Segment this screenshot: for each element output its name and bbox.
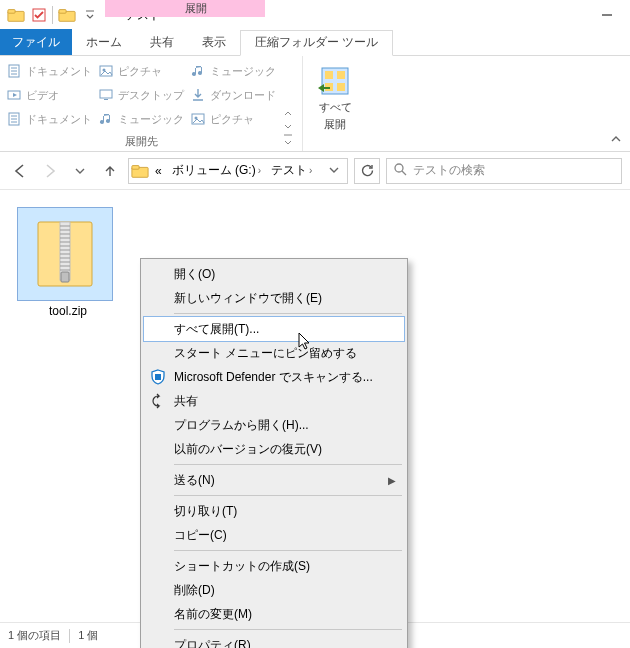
svg-rect-26 xyxy=(337,83,345,91)
tab-home[interactable]: ホーム xyxy=(72,29,136,55)
svg-rect-23 xyxy=(325,71,333,79)
destination-item[interactable]: ドキュメント xyxy=(6,60,92,82)
destination-label: ダウンロード xyxy=(210,88,276,103)
menu-rename[interactable]: 名前の変更(M) xyxy=(144,602,404,626)
menu-open[interactable]: 開く(O) xyxy=(144,262,404,286)
breadcrumb-seg-2[interactable]: テスト› xyxy=(267,162,316,179)
svg-line-30 xyxy=(402,171,406,175)
svg-rect-28 xyxy=(132,165,139,169)
chevron-right-icon[interactable]: › xyxy=(309,165,312,176)
document-icon xyxy=(6,111,22,127)
address-bar[interactable]: « ボリューム (G:)› テスト› xyxy=(128,158,348,184)
breadcrumb-seg-1[interactable]: ボリューム (G:)› xyxy=(168,162,265,179)
context-menu: 開く(O) 新しいウィンドウで開く(E) すべて展開(T)... スタート メニ… xyxy=(140,258,408,648)
status-selected: 1 個 xyxy=(78,628,98,643)
recent-locations-button[interactable] xyxy=(68,159,92,183)
qat-dropdown[interactable] xyxy=(79,4,101,26)
menu-send-to[interactable]: 送る(N)▶ xyxy=(144,468,404,492)
music-icon xyxy=(98,111,114,127)
tab-share[interactable]: 共有 xyxy=(136,29,188,55)
menu-create-shortcut[interactable]: ショートカットの作成(S) xyxy=(144,554,404,578)
destination-label: ピクチャ xyxy=(118,64,162,79)
destination-label: ミュージック xyxy=(118,112,184,127)
chevron-right-icon[interactable]: › xyxy=(258,165,261,176)
menu-open-new-window[interactable]: 新しいウィンドウで開く(E) xyxy=(144,286,404,310)
gallery-expand-button[interactable] xyxy=(280,109,296,149)
search-placeholder: テストの検索 xyxy=(413,162,485,179)
picture-icon xyxy=(190,111,206,127)
menu-copy[interactable]: コピー(C) xyxy=(144,523,404,547)
destination-item[interactable]: ドキュメント xyxy=(6,108,92,130)
menu-separator xyxy=(174,495,402,496)
menu-separator xyxy=(174,313,402,314)
destination-item[interactable]: ミュージック xyxy=(190,60,276,82)
tab-file[interactable]: ファイル xyxy=(0,29,72,55)
video-icon xyxy=(6,87,22,103)
svg-rect-4 xyxy=(59,10,66,14)
destination-item[interactable]: デスクトップ xyxy=(98,84,184,106)
file-thumbnail xyxy=(18,208,112,300)
divider xyxy=(69,629,70,643)
extract-all-icon xyxy=(318,64,352,98)
ribbon-collapse-button[interactable] xyxy=(608,131,624,147)
back-button[interactable] xyxy=(8,159,32,183)
destination-item[interactable]: ミュージック xyxy=(98,108,184,130)
destination-label: ドキュメント xyxy=(26,64,92,79)
menu-extract-all[interactable]: すべて展開(T)... xyxy=(144,317,404,341)
chevron-right-icon: ▶ xyxy=(388,475,396,486)
status-item-count: 1 個の項目 xyxy=(8,628,61,643)
destination-item[interactable]: ピクチャ xyxy=(98,60,184,82)
zip-icon xyxy=(34,218,96,290)
folder-icon xyxy=(7,6,25,24)
file-item[interactable]: tool.zip xyxy=(18,208,118,318)
menu-delete[interactable]: 削除(D) xyxy=(144,578,404,602)
destination-label: ミュージック xyxy=(210,64,276,79)
extract-all-button[interactable]: すべて 展開 xyxy=(309,60,361,136)
refresh-button[interactable] xyxy=(354,158,380,184)
ribbon-group-destinations: ドキュメントピクチャミュージックビデオデスクトップダウンロードドキュメントミュー… xyxy=(0,56,303,151)
folder-icon xyxy=(58,6,76,24)
minimize-button[interactable] xyxy=(584,0,630,30)
extract-all-label-2: 展開 xyxy=(324,117,346,132)
menu-open-with[interactable]: プログラムから開く(H)... xyxy=(144,413,404,437)
svg-rect-24 xyxy=(337,71,345,79)
destination-item[interactable]: ダウンロード xyxy=(190,84,276,106)
context-tab-header: 展開 xyxy=(105,0,265,17)
tab-view[interactable]: 表示 xyxy=(188,29,240,55)
menu-pin-to-start[interactable]: スタート メニューにピン留めする xyxy=(144,341,404,365)
title-bar: 展開 テスト xyxy=(0,0,630,30)
svg-point-29 xyxy=(395,164,403,172)
up-button[interactable] xyxy=(98,159,122,183)
ribbon-tabs: ファイル ホーム 共有 表示 圧縮フォルダー ツール xyxy=(0,30,630,56)
extract-all-label-1: すべて xyxy=(319,100,352,115)
svg-rect-14 xyxy=(104,99,108,100)
destination-label: ピクチャ xyxy=(210,112,254,127)
search-icon xyxy=(393,162,407,179)
ribbon-group-extract-all: すべて 展開 xyxy=(303,56,367,151)
tab-extract[interactable]: 圧縮フォルダー ツール xyxy=(240,30,393,56)
destination-item[interactable]: ピクチャ xyxy=(190,108,276,130)
qat-item-1[interactable] xyxy=(28,4,50,26)
svg-rect-13 xyxy=(100,90,112,98)
picture-icon xyxy=(98,63,114,79)
ribbon: ドキュメントピクチャミュージックビデオデスクトップダウンロードドキュメントミュー… xyxy=(0,56,630,152)
address-dropdown[interactable] xyxy=(323,164,345,178)
menu-separator xyxy=(174,464,402,465)
folder-icon xyxy=(131,162,149,180)
menu-previous-versions[interactable]: 以前のバージョンの復元(V) xyxy=(144,437,404,461)
forward-button[interactable] xyxy=(38,159,62,183)
menu-cut[interactable]: 切り取り(T) xyxy=(144,499,404,523)
divider xyxy=(52,6,53,24)
menu-properties[interactable]: プロパティ(R) xyxy=(144,633,404,648)
svg-rect-32 xyxy=(60,222,70,280)
menu-defender-scan[interactable]: Microsoft Defender でスキャンする... xyxy=(144,365,404,389)
breadcrumb-prefix[interactable]: « xyxy=(151,164,166,178)
menu-share[interactable]: 共有 xyxy=(144,389,404,413)
quick-access-toolbar xyxy=(0,0,105,30)
file-name: tool.zip xyxy=(18,304,118,318)
search-box[interactable]: テストの検索 xyxy=(386,158,622,184)
destination-label: デスクトップ xyxy=(118,88,184,103)
svg-rect-1 xyxy=(8,10,15,14)
destination-item[interactable]: ビデオ xyxy=(6,84,92,106)
window-controls xyxy=(584,0,630,30)
